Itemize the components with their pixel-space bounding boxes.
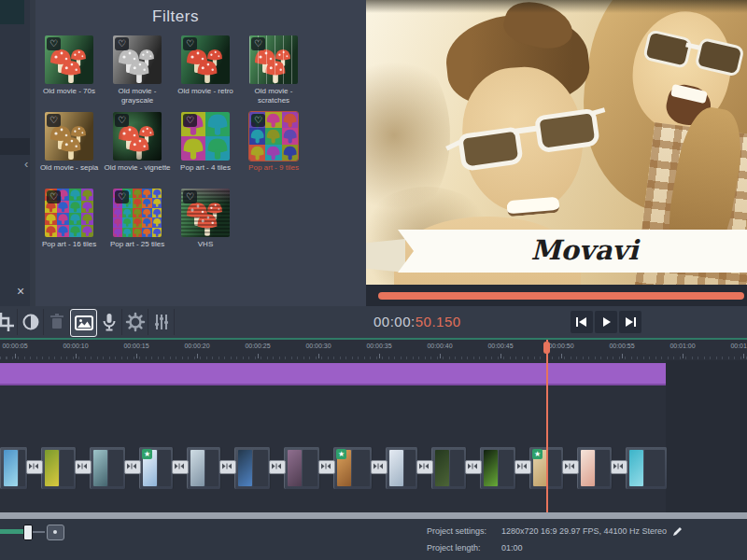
next-frame-button[interactable] xyxy=(619,311,641,333)
timeline-tracks: ★★★ xyxy=(0,360,747,512)
timeline-clip[interactable] xyxy=(386,447,418,489)
timeline-clip[interactable]: ★ xyxy=(333,447,373,489)
image-button[interactable] xyxy=(70,309,97,337)
favorite-heart-icon[interactable]: ♡ xyxy=(183,37,197,50)
play-button[interactable] xyxy=(595,311,617,333)
timeline-clip[interactable] xyxy=(431,447,467,489)
crop-button[interactable] xyxy=(0,309,18,335)
ruler-major-tick xyxy=(500,354,501,358)
favorite-heart-icon[interactable]: ♡ xyxy=(251,114,265,127)
ruler-timestamp: 00:00:20 xyxy=(169,343,225,349)
preview-seek-zone xyxy=(366,285,747,306)
timeline-clip[interactable] xyxy=(480,447,516,489)
edit-settings-pencil-icon[interactable] xyxy=(671,525,684,541)
timeline-empty-region xyxy=(666,360,747,512)
favorite-heart-icon[interactable]: ♡ xyxy=(183,114,197,127)
ruler-timestamp: 00:00:55 xyxy=(594,343,650,349)
project-length-value: 01:00 xyxy=(501,543,523,553)
filter-item[interactable]: ♡ xyxy=(113,189,162,237)
favorite-heart-icon[interactable]: ♡ xyxy=(47,37,61,50)
ruler-timestamp: 00:00:25 xyxy=(230,343,286,349)
filter-item[interactable]: ♡ xyxy=(249,35,298,84)
title-track-clip[interactable] xyxy=(0,363,666,385)
equalizer-button[interactable] xyxy=(148,309,175,335)
filter-item[interactable]: ♡ xyxy=(45,189,93,237)
filter-item[interactable]: ♡ xyxy=(181,112,230,161)
filter-item-label: Pop art - 16 tiles xyxy=(35,240,104,249)
camera-icon[interactable] xyxy=(47,525,64,540)
transition-icon[interactable] xyxy=(124,460,141,474)
timeline-ruler[interactable]: 00:00:0500:00:1000:00:1500:00:2000:00:25… xyxy=(0,340,747,360)
collapse-panel-icon[interactable]: ‹ xyxy=(24,157,28,171)
timeline-clip[interactable] xyxy=(0,447,28,489)
transition-icon[interactable] xyxy=(269,460,286,474)
filter-item[interactable]: ♡ xyxy=(113,112,162,161)
ruler-major-tick xyxy=(318,354,319,358)
status-bar: Project settings: 1280x720 16:9 29.97 FP… xyxy=(0,519,747,560)
filter-item-label: Old movie - retro xyxy=(171,87,240,96)
filter-item[interactable]: ♡ xyxy=(181,35,230,84)
close-panel-icon[interactable]: × xyxy=(13,284,28,299)
ruler-timestamp: 00:00:05 xyxy=(0,343,43,349)
transition-icon[interactable] xyxy=(611,460,627,474)
applied-filter-star-icon: ★ xyxy=(336,449,346,459)
ruler-timestamp: 00:01:00 xyxy=(655,343,711,349)
project-settings-value: 1280x720 16:9 29.97 FPS, 44100 Hz Stereo xyxy=(501,526,667,536)
playhead-line[interactable] xyxy=(546,340,548,512)
transition-icon[interactable] xyxy=(219,460,236,474)
zoom-slider-handle[interactable] xyxy=(23,525,33,540)
timeline-clip[interactable] xyxy=(234,447,271,489)
favorite-heart-icon[interactable]: ♡ xyxy=(47,190,61,203)
sidebar-corner-chip xyxy=(0,0,24,24)
ruler-timestamp: 00:00:40 xyxy=(412,343,468,349)
transition-icon[interactable] xyxy=(562,460,579,474)
zoom-slider-track[interactable] xyxy=(33,531,45,533)
transition-icon[interactable] xyxy=(318,460,335,474)
title-ribbon-tail xyxy=(366,239,405,273)
filter-item[interactable]: ♡ xyxy=(45,112,93,161)
favorite-heart-icon[interactable]: ♡ xyxy=(183,190,197,203)
transition-icon[interactable] xyxy=(371,460,388,474)
ruler-major-tick xyxy=(379,354,380,358)
favorite-heart-icon[interactable]: ♡ xyxy=(115,114,129,127)
favorite-heart-icon[interactable]: ♡ xyxy=(251,37,265,50)
project-length-label: Project length: xyxy=(427,543,481,553)
timeline-clip[interactable]: ★ xyxy=(139,447,174,489)
preview-seek-bar[interactable] xyxy=(378,292,744,300)
ruler-major-tick xyxy=(258,354,259,358)
contrast-button[interactable] xyxy=(18,309,44,335)
favorite-heart-icon[interactable]: ♡ xyxy=(47,114,61,127)
timeline-clip[interactable] xyxy=(284,447,320,489)
ruler-timestamp: 00:00:30 xyxy=(290,343,346,349)
timeline-clip[interactable] xyxy=(187,447,221,489)
filter-item[interactable]: ♡ xyxy=(249,112,298,161)
timeline-clip[interactable] xyxy=(626,447,668,489)
horizontal-scrollbar[interactable] xyxy=(0,512,747,519)
timeline-clip[interactable] xyxy=(90,447,126,489)
transition-icon[interactable] xyxy=(465,460,482,474)
sidebar-selected-item[interactable] xyxy=(0,138,30,155)
transition-icon[interactable] xyxy=(416,460,433,474)
filter-item[interactable]: ♡ xyxy=(181,189,230,237)
ruler-timestamp: 00:00:45 xyxy=(472,343,529,349)
ruler-major-tick xyxy=(622,354,623,358)
gear-button[interactable] xyxy=(122,309,148,335)
filter-item[interactable]: ♡ xyxy=(113,35,162,84)
favorite-heart-icon[interactable]: ♡ xyxy=(115,37,129,50)
filter-item[interactable]: ♡ xyxy=(45,35,93,84)
timeline-clip[interactable] xyxy=(41,447,77,489)
ruler-timestamp: 00:00:10 xyxy=(48,343,104,349)
ruler-major-tick xyxy=(197,354,198,358)
transition-icon[interactable] xyxy=(26,460,43,474)
transition-icon[interactable] xyxy=(172,460,189,474)
microphone-button[interactable] xyxy=(96,309,122,335)
ruler-major-tick xyxy=(76,354,77,358)
filter-item-label: Old movie - scratches xyxy=(239,87,308,105)
playhead-handle[interactable] xyxy=(543,342,550,354)
transition-icon[interactable] xyxy=(75,460,92,474)
trash-button[interactable] xyxy=(44,309,70,335)
transition-icon[interactable] xyxy=(514,460,531,474)
previous-frame-button[interactable] xyxy=(571,311,593,333)
favorite-heart-icon[interactable]: ♡ xyxy=(115,190,129,203)
timeline-clip[interactable] xyxy=(577,447,613,489)
